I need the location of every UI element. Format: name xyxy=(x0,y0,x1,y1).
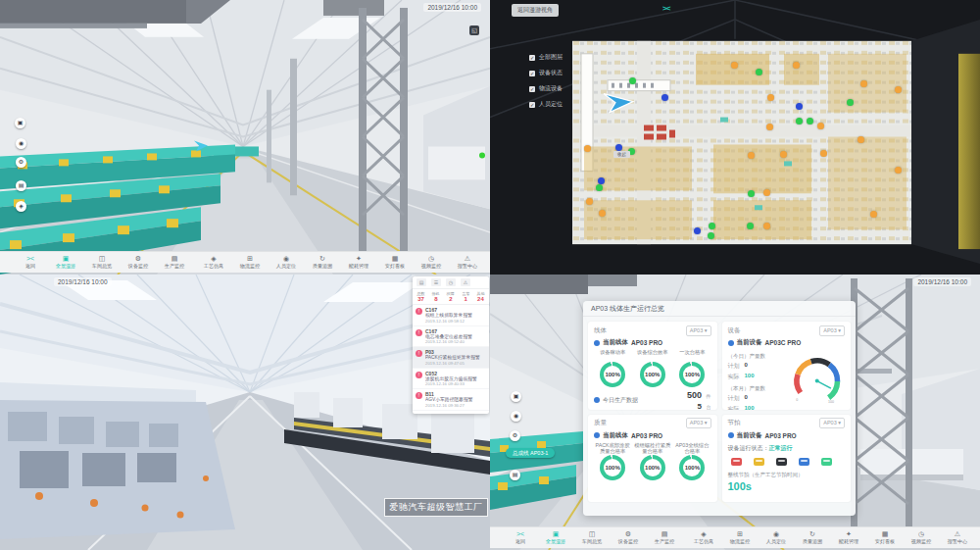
equipment-status-dot[interactable] xyxy=(596,184,603,191)
layer-toggle[interactable]: ✓ 物流设备 xyxy=(529,84,563,93)
layer-toggle[interactable]: ✓ 设备状态 xyxy=(529,69,563,77)
toolbar-item[interactable]: ⚙ 设备监控 xyxy=(616,530,640,545)
line-tag-pill[interactable]: 总成线 AP03-1 xyxy=(506,448,555,458)
toolbar-item[interactable]: ▦ 安灯看板 xyxy=(383,255,407,270)
poi-badge[interactable]: ⚙ xyxy=(16,157,26,168)
poi-badge[interactable]: ◉ xyxy=(16,138,26,149)
line-select-dropdown[interactable]: AP03 ▾ xyxy=(686,418,711,428)
toolbar-item[interactable]: ▦ 安灯看板 xyxy=(873,530,897,545)
alarm-panel-tab-icon[interactable]: ▤ xyxy=(416,278,426,286)
equipment-status-dot[interactable] xyxy=(847,99,854,106)
checkbox-checked-icon[interactable]: ✓ xyxy=(529,102,535,108)
toolbar-item[interactable]: ⚠ 报警中心 xyxy=(946,530,969,545)
toolbar-item[interactable]: ⚙ 设备监控 xyxy=(126,255,150,270)
toolbar-item[interactable]: ✦ 能耗管理 xyxy=(347,255,370,270)
checkbox-checked-icon[interactable]: ✓ xyxy=(529,86,535,92)
toolbar-item[interactable]: ◫ 车间总览 xyxy=(580,530,604,545)
poi-badge[interactable]: ◉ xyxy=(511,411,521,422)
alarm-list-item[interactable]: ! C167 电芯堆叠定位超差报警 2019-12-16 09:52:40 xyxy=(413,326,489,348)
toolbar-item[interactable]: ◈ 工艺仿真 xyxy=(692,530,715,545)
checkbox-checked-icon[interactable]: ✓ xyxy=(529,71,535,76)
alarm-stat[interactable]: 总数 37 xyxy=(414,291,428,302)
layer-toggle[interactable]: ✓ 全部图层 xyxy=(529,53,563,62)
device-select-dropdown[interactable]: AP03 ▾ xyxy=(819,325,845,336)
equipment-status-dot[interactable] xyxy=(796,103,803,110)
equipment-status-dot[interactable] xyxy=(895,167,902,174)
device-select-dropdown[interactable]: AP03 ▾ xyxy=(819,418,845,428)
alarm-stat[interactable]: 其他 24 xyxy=(473,291,488,302)
toolbar-item[interactable]: ▣ 全景漫游 xyxy=(544,530,567,545)
toolbar-item[interactable]: >< 返回 xyxy=(20,255,41,270)
toolbar-item[interactable]: ⊞ 物流监控 xyxy=(238,255,262,270)
alarm-panel-tab-icon[interactable]: ⚠ xyxy=(461,278,470,286)
toolbar-item[interactable]: ↻ 质量追溯 xyxy=(801,530,824,545)
layer-toggle[interactable]: ✓ 人员定位 xyxy=(529,100,563,109)
equipment-status-dot[interactable] xyxy=(870,211,877,218)
equipment-status-dot[interactable] xyxy=(767,94,774,101)
equipment-status-dot[interactable] xyxy=(858,136,864,143)
collapse-sidebar-button[interactable]: 收起 xyxy=(613,151,630,158)
equipment-status-dot[interactable] xyxy=(584,145,591,152)
alarm-stat[interactable]: 故障 2 xyxy=(443,291,458,302)
alarm-stat[interactable]: 告警 1 xyxy=(459,291,473,302)
alarm-panel-tab-icon[interactable]: ☰ xyxy=(431,278,441,286)
equipment-status-dot[interactable] xyxy=(747,223,754,229)
toolbar-item[interactable]: ◉ 人员定位 xyxy=(274,255,298,270)
equipment-status-dot[interactable] xyxy=(796,118,803,125)
equipment-status-dot[interactable] xyxy=(780,151,787,158)
equipment-status-dot[interactable] xyxy=(731,62,738,69)
checkbox-checked-icon[interactable]: ✓ xyxy=(529,55,535,61)
vehicle-status-icon xyxy=(754,458,764,466)
equipment-status-dot[interactable] xyxy=(748,152,755,159)
equipment-status-dot[interactable] xyxy=(662,94,668,101)
alarm-list-item[interactable]: ! C052 模组测试工位通讯超时 2019-12-16 09:31:54 xyxy=(413,411,489,415)
toolbar-item[interactable]: ↻ 质量追溯 xyxy=(311,255,334,270)
equipment-status-dot[interactable] xyxy=(817,123,824,129)
equipment-status-dot[interactable] xyxy=(708,232,714,239)
toolbar-item[interactable]: ▤ 生产监控 xyxy=(653,530,676,545)
toolbar-item[interactable]: ⚠ 报警中心 xyxy=(456,255,479,270)
poi-badge[interactable]: ◈ xyxy=(16,201,26,212)
fullscreen-icon[interactable]: ◱ xyxy=(469,25,479,35)
alarm-list-item[interactable]: ! C052 涂胶机出胶压力偏低报警 2019-12-16 09:40:33 xyxy=(413,369,489,390)
equipment-status-dot[interactable] xyxy=(586,198,593,205)
alarm-list-item[interactable]: ! C167 模组上线抓取异常报警 2019-12-16 09:58:12 xyxy=(413,305,489,326)
toolbar-item[interactable]: ◉ 人员定位 xyxy=(764,530,788,545)
alarm-list-item[interactable]: ! P03 PACK拧紧枪扭矩异常报警 2019-12-16 09:47:05 xyxy=(413,347,489,369)
equipment-status-dot[interactable] xyxy=(629,77,636,84)
equipment-status-dot[interactable] xyxy=(820,150,827,157)
equipment-status-dot[interactable] xyxy=(763,223,770,229)
toolbar-item[interactable]: ⊞ 物流监控 xyxy=(728,530,752,545)
poi-badge[interactable]: ▣ xyxy=(15,118,25,128)
equipment-status-dot[interactable] xyxy=(599,210,606,217)
poi-badge[interactable]: ⚙ xyxy=(510,430,520,441)
toolbar-item[interactable]: ◫ 车间总览 xyxy=(90,255,114,270)
equipment-status-dot[interactable] xyxy=(860,80,867,87)
equipment-status-dot[interactable] xyxy=(615,144,622,151)
exit-map-button[interactable]: 返回漫游视角 xyxy=(512,4,559,17)
alarm-stat[interactable]: 停机 8 xyxy=(428,291,443,302)
toolbar-item[interactable]: ◷ 视频监控 xyxy=(419,255,443,270)
equipment-status-dot[interactable] xyxy=(793,62,800,69)
equipment-status-dot[interactable] xyxy=(598,177,605,184)
toolbar-item[interactable]: ▣ 全景漫游 xyxy=(54,255,77,270)
equipment-status-dot[interactable] xyxy=(763,189,770,196)
equipment-status-dot[interactable] xyxy=(807,118,813,125)
equipment-status-dot[interactable] xyxy=(756,69,762,75)
equipment-status-dot[interactable] xyxy=(748,190,755,197)
alarm-panel-tab-icon[interactable]: ◷ xyxy=(446,278,456,286)
toolbar-item[interactable]: ◈ 工艺仿真 xyxy=(202,255,225,270)
poi-badge[interactable]: ▣ xyxy=(511,391,521,402)
equipment-status-dot[interactable] xyxy=(709,223,715,229)
poi-badge[interactable]: ▤ xyxy=(16,180,26,191)
toolbar-item[interactable]: ✦ 能耗管理 xyxy=(837,530,860,545)
equipment-status-dot[interactable] xyxy=(766,124,773,130)
alarm-list-item[interactable]: ! B11 AGV小车路径阻塞报警 2019-12-16 09:36:27 xyxy=(413,389,489,411)
equipment-status-dot[interactable] xyxy=(895,86,902,93)
line-select-dropdown[interactable]: AP03 ▾ xyxy=(686,325,711,336)
toolbar-item[interactable]: >< 返回 xyxy=(510,530,531,545)
equipment-status-dot[interactable] xyxy=(694,227,701,234)
toolbar-item[interactable]: ▤ 生产监控 xyxy=(163,255,186,270)
poi-badge[interactable]: ▤ xyxy=(510,470,520,480)
toolbar-item[interactable]: ◷ 视频监控 xyxy=(909,530,933,545)
